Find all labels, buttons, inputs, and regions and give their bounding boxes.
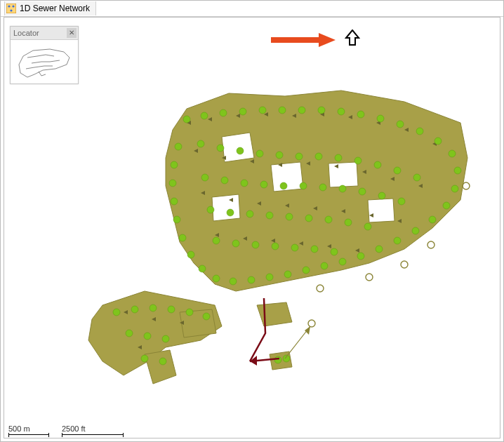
svg-point-28 <box>376 246 383 253</box>
svg-point-11 <box>259 107 266 114</box>
svg-point-16 <box>357 111 364 118</box>
svg-point-61 <box>260 181 267 188</box>
svg-point-86 <box>131 306 138 313</box>
locator-header[interactable]: Locator ✕ <box>11 27 78 40</box>
svg-point-83 <box>311 246 318 253</box>
svg-point-59 <box>221 177 228 184</box>
svg-point-48 <box>237 147 244 154</box>
svg-point-36 <box>230 278 237 285</box>
svg-point-99 <box>366 274 373 281</box>
svg-rect-0 <box>6 4 16 13</box>
svg-marker-5 <box>346 30 359 45</box>
svg-point-100 <box>401 261 408 268</box>
svg-point-95 <box>159 358 166 365</box>
svg-point-53 <box>335 154 342 161</box>
svg-point-1 <box>8 5 10 7</box>
svg-point-103 <box>308 320 315 327</box>
svg-point-71 <box>246 210 253 217</box>
svg-point-37 <box>213 275 220 282</box>
scale-label-imperial: 2500 ft <box>62 424 124 433</box>
svg-point-73 <box>286 213 293 220</box>
svg-marker-104 <box>250 356 257 366</box>
svg-point-81 <box>272 243 279 250</box>
svg-point-65 <box>339 185 346 192</box>
annotation-arrow-icon <box>271 32 336 48</box>
svg-point-72 <box>266 212 273 219</box>
svg-point-58 <box>201 174 208 181</box>
svg-point-77 <box>364 223 371 230</box>
locator-thumbnail[interactable] <box>11 40 78 83</box>
svg-point-63 <box>300 182 307 189</box>
svg-point-14 <box>318 107 325 114</box>
svg-point-35 <box>248 276 255 283</box>
svg-point-33 <box>284 271 291 278</box>
svg-point-7 <box>183 116 190 123</box>
svg-point-80 <box>252 241 259 248</box>
svg-marker-4 <box>271 33 336 47</box>
svg-point-25 <box>429 216 436 223</box>
svg-point-60 <box>241 180 248 187</box>
svg-point-24 <box>443 202 450 209</box>
svg-point-85 <box>113 309 120 316</box>
svg-point-15 <box>338 108 345 115</box>
svg-point-76 <box>345 219 352 226</box>
svg-point-32 <box>303 267 310 274</box>
svg-point-13 <box>298 107 305 114</box>
svg-point-68 <box>398 198 405 205</box>
svg-point-70 <box>227 209 234 216</box>
svg-point-27 <box>394 237 401 244</box>
svg-point-20 <box>435 138 442 145</box>
svg-point-44 <box>171 161 178 168</box>
svg-point-31 <box>321 262 328 269</box>
svg-point-3 <box>10 9 12 11</box>
svg-point-47 <box>217 145 224 152</box>
locator-title: Locator <box>13 29 39 37</box>
svg-point-29 <box>357 253 364 260</box>
scale-bar-area: 500 m 2500 ft <box>8 424 124 435</box>
svg-point-102 <box>463 182 470 189</box>
svg-point-66 <box>359 188 366 195</box>
window-title: 1D Sewer Network <box>20 4 90 13</box>
svg-point-56 <box>394 167 401 174</box>
svg-point-88 <box>168 306 175 313</box>
window-title-tab[interactable]: 1D Sewer Network <box>4 1 96 15</box>
svg-point-67 <box>378 192 385 199</box>
sewer-network-map[interactable] <box>39 81 489 410</box>
svg-point-50 <box>276 152 283 159</box>
scale-bar-metric: 500 m <box>8 424 49 435</box>
svg-point-8 <box>201 112 208 119</box>
svg-point-34 <box>266 274 273 281</box>
window: 1D Sewer Network Locator ✕ <box>0 0 504 442</box>
svg-point-98 <box>317 285 324 292</box>
svg-point-78 <box>213 237 220 244</box>
locator-panel[interactable]: Locator ✕ <box>10 26 79 84</box>
close-icon[interactable]: ✕ <box>67 28 77 38</box>
svg-point-51 <box>296 153 303 160</box>
svg-point-41 <box>173 216 180 223</box>
svg-point-96 <box>274 356 281 363</box>
svg-point-45 <box>175 143 182 150</box>
svg-point-26 <box>412 227 419 234</box>
svg-point-74 <box>305 215 312 222</box>
scale-label-metric: 500 m <box>8 424 49 433</box>
svg-point-12 <box>279 107 286 114</box>
svg-point-23 <box>451 185 458 192</box>
map-canvas[interactable]: Locator ✕ <box>4 17 500 438</box>
svg-point-18 <box>397 121 404 128</box>
svg-point-39 <box>187 251 194 258</box>
svg-point-21 <box>449 150 456 157</box>
svg-point-19 <box>416 128 423 135</box>
svg-point-30 <box>339 258 346 265</box>
svg-point-54 <box>354 157 362 164</box>
svg-point-89 <box>186 309 193 316</box>
svg-point-87 <box>150 304 157 312</box>
svg-point-55 <box>374 161 381 168</box>
svg-point-17 <box>377 115 384 122</box>
svg-point-52 <box>315 153 322 160</box>
svg-point-92 <box>144 333 151 340</box>
svg-point-42 <box>171 198 178 205</box>
svg-point-93 <box>162 335 169 342</box>
svg-point-64 <box>319 184 326 191</box>
svg-point-82 <box>291 244 298 251</box>
svg-point-22 <box>454 167 461 174</box>
